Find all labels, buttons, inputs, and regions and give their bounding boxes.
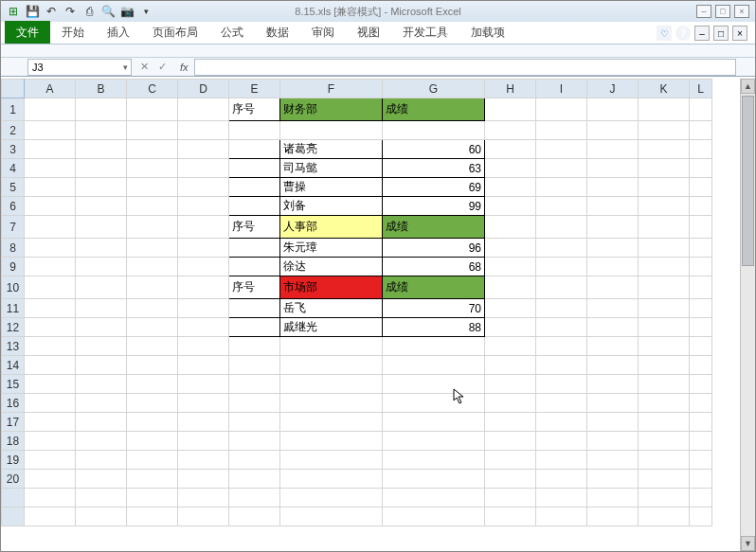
- cell[interactable]: [485, 299, 536, 318]
- col-header[interactable]: E: [229, 80, 280, 98]
- cell[interactable]: [178, 98, 229, 121]
- cell[interactable]: [127, 178, 178, 197]
- cell[interactable]: [280, 356, 383, 375]
- cell[interactable]: [587, 394, 639, 413]
- cell[interactable]: [536, 258, 587, 276]
- cell[interactable]: [280, 375, 383, 394]
- cell[interactable]: [639, 258, 690, 276]
- scroll-thumb[interactable]: [742, 96, 754, 266]
- cell[interactable]: [178, 451, 229, 470]
- row-header[interactable]: 18: [2, 432, 25, 451]
- cell[interactable]: [229, 470, 280, 489]
- cell[interactable]: [76, 318, 127, 337]
- vertical-scrollbar[interactable]: ▲ ▼: [740, 79, 755, 551]
- cell[interactable]: [690, 375, 712, 394]
- cell[interactable]: [76, 216, 127, 239]
- cell[interactable]: [280, 121, 383, 140]
- cell[interactable]: [25, 394, 76, 413]
- cell[interactable]: [178, 337, 229, 356]
- cell[interactable]: 曹操: [280, 178, 383, 197]
- cell[interactable]: [383, 394, 485, 413]
- cell[interactable]: [485, 394, 536, 413]
- cell[interactable]: [76, 178, 127, 197]
- scroll-up-icon[interactable]: ▲: [741, 79, 755, 94]
- cell[interactable]: [536, 489, 587, 507]
- cell[interactable]: [25, 299, 76, 318]
- cell[interactable]: [587, 356, 639, 375]
- cell[interactable]: [25, 159, 76, 178]
- cell[interactable]: [639, 375, 690, 394]
- cell[interactable]: [127, 98, 178, 121]
- cell[interactable]: [485, 413, 536, 432]
- cell[interactable]: [280, 413, 383, 432]
- cell[interactable]: [178, 178, 229, 197]
- row-header[interactable]: 13: [2, 337, 25, 356]
- cell[interactable]: [229, 318, 280, 337]
- select-all-corner[interactable]: [2, 80, 25, 98]
- cell[interactable]: [76, 140, 127, 159]
- cell[interactable]: [127, 276, 178, 299]
- cell[interactable]: [536, 413, 587, 432]
- doc-minimize-button[interactable]: –: [694, 26, 710, 41]
- cell[interactable]: [76, 507, 127, 526]
- cell[interactable]: [536, 356, 587, 375]
- row-header[interactable]: 14: [2, 356, 25, 375]
- cell[interactable]: [383, 121, 485, 140]
- cell[interactable]: [178, 258, 229, 276]
- tab-developer[interactable]: 开发工具: [391, 21, 459, 44]
- cell[interactable]: [485, 432, 536, 451]
- cell[interactable]: [536, 470, 587, 489]
- cell[interactable]: [690, 299, 712, 318]
- preview-icon[interactable]: 🔍: [99, 3, 117, 20]
- cell[interactable]: [690, 276, 712, 299]
- col-header[interactable]: K: [639, 80, 690, 98]
- cell[interactable]: [587, 121, 639, 140]
- cell[interactable]: [639, 98, 690, 121]
- cell[interactable]: [587, 432, 639, 451]
- cell[interactable]: 戚继光: [280, 318, 383, 337]
- cell[interactable]: [178, 216, 229, 239]
- cell[interactable]: 序号: [229, 98, 280, 121]
- cell[interactable]: [127, 451, 178, 470]
- cell[interactable]: [587, 470, 639, 489]
- cell[interactable]: [639, 507, 690, 526]
- cell[interactable]: [280, 507, 383, 526]
- cell[interactable]: [25, 140, 76, 159]
- cell[interactable]: [127, 337, 178, 356]
- cell[interactable]: [127, 140, 178, 159]
- fx-icon[interactable]: fx: [180, 62, 189, 73]
- cell[interactable]: [280, 451, 383, 470]
- cell[interactable]: [76, 197, 127, 216]
- cell[interactable]: 69: [383, 178, 485, 197]
- cell[interactable]: [229, 489, 280, 507]
- cell[interactable]: [229, 178, 280, 197]
- cell[interactable]: 成绩: [383, 216, 485, 239]
- cell[interactable]: [229, 507, 280, 526]
- row-header[interactable]: [2, 507, 25, 526]
- cell[interactable]: [587, 239, 639, 258]
- cell[interactable]: 诸葛亮: [280, 140, 383, 159]
- cell[interactable]: [127, 470, 178, 489]
- camera-icon[interactable]: 📷: [118, 3, 135, 20]
- cell[interactable]: [383, 507, 485, 526]
- cell[interactable]: [536, 375, 587, 394]
- cell[interactable]: [229, 258, 280, 276]
- cell[interactable]: [76, 470, 127, 489]
- cell[interactable]: [587, 318, 639, 337]
- cell[interactable]: [127, 121, 178, 140]
- cell[interactable]: [485, 140, 536, 159]
- cell[interactable]: [485, 178, 536, 197]
- cell[interactable]: [178, 432, 229, 451]
- cell[interactable]: [127, 413, 178, 432]
- row-header[interactable]: 1: [2, 98, 25, 121]
- cell[interactable]: [127, 216, 178, 239]
- cell[interactable]: [639, 432, 690, 451]
- cell[interactable]: [690, 239, 712, 258]
- row-header[interactable]: 12: [2, 318, 25, 337]
- cell[interactable]: [690, 216, 712, 239]
- row-header[interactable]: 8: [2, 239, 25, 258]
- cell[interactable]: [485, 337, 536, 356]
- row-header[interactable]: 2: [2, 121, 25, 140]
- doc-restore-button[interactable]: □: [713, 26, 729, 41]
- cell[interactable]: [690, 432, 712, 451]
